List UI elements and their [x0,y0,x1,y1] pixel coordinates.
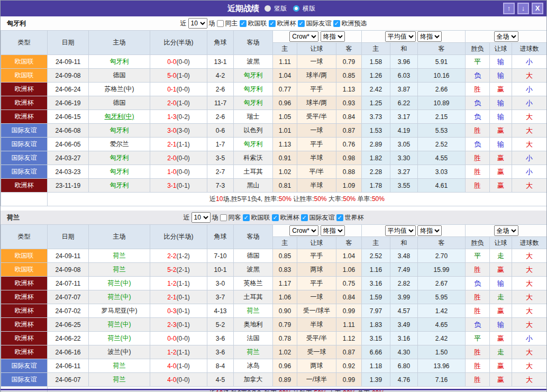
avg-group-header: 平均值 终指 [362,31,466,43]
score-cell: 4-0(0-0) [150,373,207,387]
avg-away-odds: 3.03 [418,165,466,179]
summary-text: 10 [216,195,223,203]
crow-home-odds: 0.96 [273,96,297,110]
col-header-corner: 角球 [207,225,234,249]
avg-away-odds: 2.15 [418,110,466,124]
match-row: 国际友谊24-06-05爱尔兰2-1(1-1)1-7匈牙利1.13平手0.762… [1,138,547,151]
league-checkbox-2[interactable]: ✓ [301,214,308,221]
results-table-hungary: 类型 日期 主场 比分(半场) 角球 客场 Crow* 终指 平均值 终指 全场 [1,30,547,206]
avg-time-select[interactable]: 终指 [417,225,442,236]
corner-count: 5-2 [207,318,234,332]
league-checkbox-3[interactable]: ✓ [333,20,340,27]
avg-sub-home: 主 [362,237,390,249]
fulltime-scope-select[interactable]: 全场 [494,225,518,236]
league-checkbox-3[interactable]: ✓ [336,214,343,221]
avg-home-odds: 1.39 [362,373,390,387]
match-row: 国际友谊24-06-08匈牙利3-0(3-0)0-6以色列1.01一球0.871… [1,124,547,138]
league-checkbox-0[interactable]: ✓ [243,214,250,221]
crow-home-odds: 1.06 [273,290,297,304]
halftime-score: (1-1) [177,349,190,356]
crow-handicap: 一球 [297,124,336,138]
result-goals: 小 [512,55,547,69]
score-cell: 1-3(0-2) [150,110,207,124]
avg-time-select[interactable]: 终指 [417,31,442,42]
vertical-layout-radio[interactable] [265,5,271,12]
recent-count-select[interactable]: 10 [192,212,211,223]
result-goals: 大 [512,179,547,193]
avg-home-odds: 1.53 [362,124,390,138]
summary-text: 场,胜5平1负4, 胜率: [223,195,278,203]
halftime-score: (1-0) [177,72,190,79]
home-team: 罗马尼亚(中) [89,304,150,318]
horizontal-layout-radio[interactable] [293,5,299,12]
avg-bookmaker-select[interactable]: 平均值 [385,225,416,236]
avg-draw-odds: 3.17 [390,110,418,124]
avg-draw-odds: 3.05 [390,138,418,151]
match-date: 24-09-08 [48,69,89,83]
league-label-2: 国际友谊 [309,213,335,222]
crow-home-odds: 0.91 [273,151,297,165]
fulltime-score: 2-0 [167,99,176,107]
match-date: 24-06-11 [48,359,89,373]
fulltime-scope-select[interactable]: 全场 [494,31,518,42]
avg-draw-odds: 4.57 [390,304,418,318]
home-team: 匈牙利 [89,179,150,193]
crow-home-odds: 0.96 [273,359,297,373]
score-cell: 2-1(1-1) [150,138,207,151]
crow-handicap: 受一球 [297,345,336,359]
halftime-score: (0-1) [177,307,190,315]
league-badge: 国际友谊 [1,138,48,151]
crow-handicap: 半球 [297,151,336,165]
result-sub-goals: 进球数 [512,237,547,249]
move-down-button[interactable]: ↓ [517,3,529,14]
crow-bookmaker-select[interactable]: Crow* [289,31,318,42]
crow-handicap: 平手 [297,277,336,290]
avg-sub-draw: 和 [390,237,418,249]
filter-controls: 近 10 场 同主 ✓ 欧国联 ✓ 欧洲杯 ✓ 国际友谊 ✓ 欧洲预选 [180,18,367,29]
summary-text: 大率: [327,195,343,203]
avg-away-odds: 2.70 [418,249,466,263]
corner-count: 2-6 [207,110,234,124]
match-row: 欧洲杯24-06-25荷兰(中)2-3(0-1)5-2奥地利0.79半球1.11… [1,318,547,332]
halftime-score: (0-2) [177,113,190,121]
same-home-checkbox[interactable] [217,20,224,27]
crow-home-odds: 0.77 [273,83,297,96]
match-row: 欧洲杯24-06-19德国2-0(1-0)11-7匈牙利0.96球半/两0.93… [1,96,547,110]
crow-time-select[interactable]: 终指 [321,225,345,236]
col-header-score: 比分(半场) [150,31,207,55]
match-row: 欧洲杯24-06-16波兰(中)1-2(1-1)3-6荷兰1.02受一球0.87… [1,345,547,359]
fulltime-score: 2-2 [167,252,176,260]
crow-away-odds: 0.84 [336,110,362,124]
score-cell: 2-2(1-2) [150,249,207,263]
avg-away-odds: 2.42 [418,332,466,345]
crow-bookmaker-select[interactable]: Crow* [289,225,318,236]
col-header-corner: 角球 [207,31,234,55]
away-team: 德国 [234,249,273,263]
summary-text: 单率: [355,195,372,203]
corner-count: 4-13 [207,304,234,318]
crow-away-odds: 0.76 [336,138,362,151]
away-team: 土耳其 [234,290,273,304]
crow-away-odds: 1.04 [336,249,362,263]
league-checkbox-0[interactable]: ✓ [240,20,247,27]
league-badge: 欧洲杯 [1,290,48,304]
result-goals: 大 [512,345,547,359]
crow-away-odds: 0.93 [336,96,362,110]
recent-count-select[interactable]: 10 [188,18,207,29]
move-up-button[interactable]: ↑ [503,3,515,14]
league-checkbox-1[interactable]: ✓ [272,214,279,221]
avg-bookmaker-select[interactable]: 平均值 [385,31,416,42]
league-checkbox-1[interactable]: ✓ [269,20,276,27]
crow-handicap: 平手 [297,138,336,151]
league-badge: 国际友谊 [1,359,48,373]
match-date: 24-07-11 [48,277,89,290]
result-wdl: 负 [466,110,490,124]
section-header-hungary: 匈牙利 近 10 场 同主 ✓ 欧国联 ✓ 欧洲杯 ✓ 国际友谊 ✓ 欧洲预选 [1,16,546,30]
crow-time-select[interactable]: 终指 [321,31,345,42]
crow-group-header: Crow* 终指 [273,225,362,237]
scope-group-header: 全场 [466,31,547,43]
same-away-checkbox[interactable] [220,214,227,221]
match-date: 24-06-08 [48,124,89,138]
close-button[interactable]: X [532,3,543,14]
league-checkbox-2[interactable]: ✓ [298,20,305,27]
